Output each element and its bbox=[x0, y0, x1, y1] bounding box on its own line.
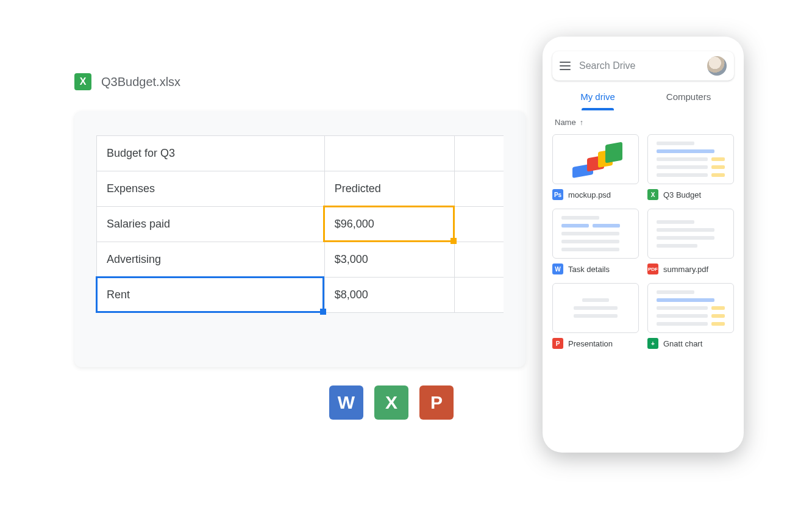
file-title-row: X Q3Budget.xlsx bbox=[74, 73, 180, 90]
file-card-1[interactable]: XQ3 Budget bbox=[647, 134, 734, 200]
cell-4-1[interactable]: $8,000 bbox=[324, 278, 455, 313]
file-thumb bbox=[647, 134, 734, 184]
search-bar[interactable]: Search Drive bbox=[552, 51, 734, 81]
file-card-4[interactable]: PPresentation bbox=[552, 283, 639, 349]
file-card-3[interactable]: PDFsummary.pdf bbox=[647, 209, 734, 274]
cell-3-2[interactable] bbox=[455, 242, 504, 278]
search-input[interactable]: Search Drive bbox=[579, 60, 699, 71]
cell-0-2[interactable] bbox=[455, 136, 504, 171]
file-grid: Psmockup.psdXQ3 BudgetWTask detailsPDFsu… bbox=[552, 134, 734, 349]
file-type-icon: W bbox=[552, 264, 563, 274]
cell-0-0[interactable]: Budget for Q3 bbox=[97, 136, 325, 171]
sort-control[interactable]: Name ↑ bbox=[555, 118, 734, 127]
cell-1-0[interactable]: Expenses bbox=[97, 171, 325, 207]
cell-1-1[interactable]: Predicted bbox=[324, 171, 455, 207]
file-label: summary.pdf bbox=[663, 265, 708, 274]
excel-icon: X bbox=[74, 73, 91, 90]
file-type-icon: Ps bbox=[552, 189, 563, 200]
file-card-5[interactable]: +Gnatt chart bbox=[647, 283, 734, 349]
file-thumb bbox=[647, 209, 734, 259]
hamburger-icon[interactable] bbox=[560, 62, 571, 70]
avatar[interactable] bbox=[707, 56, 727, 76]
file-type-icon: PDF bbox=[647, 264, 658, 274]
spreadsheet-table[interactable]: Budget for Q3ExpensesPredictedSalaries p… bbox=[96, 135, 504, 313]
office-app-icons: W X P bbox=[329, 385, 454, 420]
file-type-icon: X bbox=[647, 189, 658, 200]
cell-3-0[interactable]: Advertising bbox=[97, 242, 325, 278]
spreadsheet-card: Budget for Q3ExpensesPredictedSalaries p… bbox=[74, 111, 525, 367]
cell-2-1[interactable]: $96,000 bbox=[324, 207, 455, 242]
drive-mobile-panel: Search Drive My drive Computers Name ↑ P… bbox=[543, 37, 744, 453]
sort-arrow-icon: ↑ bbox=[580, 118, 583, 127]
file-label: Task details bbox=[568, 265, 610, 274]
cell-2-2[interactable] bbox=[455, 207, 504, 242]
file-label: Gnatt chart bbox=[663, 339, 702, 348]
file-thumb bbox=[552, 209, 639, 259]
file-name: Q3Budget.xlsx bbox=[101, 75, 180, 89]
file-label: mockup.psd bbox=[568, 190, 611, 199]
file-label: Presentation bbox=[568, 339, 613, 348]
excel-app-icon: X bbox=[374, 385, 408, 420]
word-icon: W bbox=[329, 385, 363, 420]
file-thumb bbox=[552, 283, 639, 333]
file-label: Q3 Budget bbox=[663, 190, 701, 199]
cell-3-1[interactable]: $3,000 bbox=[324, 242, 455, 278]
cell-0-1[interactable] bbox=[324, 136, 455, 171]
file-card-0[interactable]: Psmockup.psd bbox=[552, 134, 639, 200]
cell-1-2[interactable] bbox=[455, 171, 504, 207]
file-type-icon: + bbox=[647, 338, 658, 349]
file-thumb bbox=[647, 283, 734, 333]
powerpoint-icon: P bbox=[419, 385, 454, 420]
file-type-icon: P bbox=[552, 338, 563, 349]
tab-computers[interactable]: Computers bbox=[643, 91, 734, 109]
file-thumb bbox=[552, 134, 639, 184]
cell-4-0[interactable]: Rent bbox=[97, 278, 325, 313]
cell-2-0[interactable]: Salaries paid bbox=[97, 207, 325, 242]
file-card-2[interactable]: WTask details bbox=[552, 209, 639, 274]
cell-4-2[interactable] bbox=[455, 278, 504, 313]
tab-my-drive[interactable]: My drive bbox=[552, 91, 643, 109]
sort-label: Name bbox=[555, 118, 576, 127]
drive-tabs: My drive Computers bbox=[552, 91, 734, 109]
